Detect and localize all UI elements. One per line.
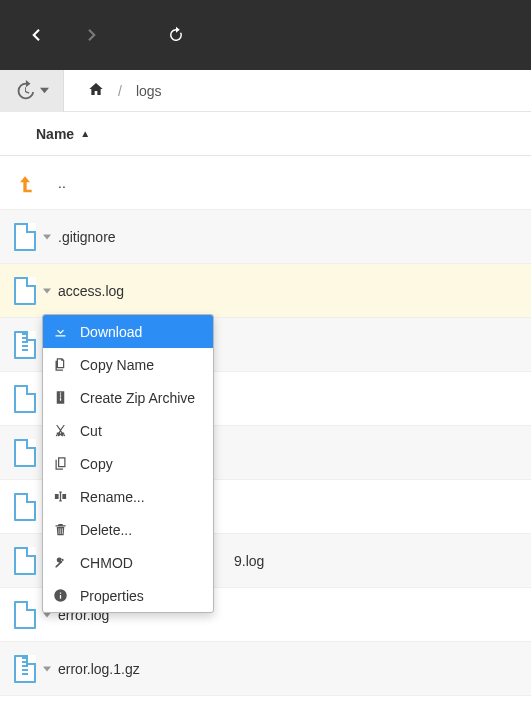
refresh-button[interactable] <box>148 10 204 60</box>
menu-item-copy[interactable]: Copy <box>43 447 213 480</box>
menu-item-label: Cut <box>80 423 102 439</box>
copy-name-icon <box>53 357 68 372</box>
zip-file-icon <box>10 655 40 683</box>
file-icon <box>10 493 40 521</box>
row-caret-icon[interactable] <box>40 665 54 673</box>
breadcrumb-current[interactable]: logs <box>136 83 162 99</box>
row-caret-icon[interactable] <box>40 233 54 241</box>
file-icon <box>10 439 40 467</box>
forward-button[interactable] <box>64 10 120 60</box>
file-icon <box>10 223 40 251</box>
parent-directory-label: .. <box>54 175 66 191</box>
properties-icon <box>53 588 68 603</box>
file-row[interactable]: access.log <box>0 264 531 318</box>
menu-item-rename[interactable]: Rename... <box>43 480 213 513</box>
file-icon <box>10 385 40 413</box>
menu-item-label: CHMOD <box>80 555 133 571</box>
path-bar: / logs <box>0 70 531 112</box>
menu-item-create-zip[interactable]: Create Zip Archive <box>43 381 213 414</box>
delete-icon <box>53 522 68 537</box>
download-icon <box>53 324 68 339</box>
menu-item-download[interactable]: Download <box>43 315 213 348</box>
menu-item-properties[interactable]: Properties <box>43 579 213 612</box>
row-caret-icon[interactable] <box>40 287 54 295</box>
menu-item-label: Create Zip Archive <box>80 390 195 406</box>
sort-indicator-icon: ▲ <box>80 128 90 139</box>
parent-directory-row[interactable]: .. <box>0 156 531 210</box>
menu-item-label: Copy <box>80 456 113 472</box>
file-icon <box>10 277 40 305</box>
column-header-name[interactable]: Name ▲ <box>0 112 531 156</box>
rename-icon <box>53 489 68 504</box>
file-name: access.log <box>54 283 124 299</box>
back-button[interactable] <box>8 10 64 60</box>
menu-item-label: Delete... <box>80 522 132 538</box>
up-arrow-icon <box>10 172 40 194</box>
home-icon[interactable] <box>88 81 104 100</box>
menu-item-delete[interactable]: Delete... <box>43 513 213 546</box>
menu-item-label: Download <box>80 324 142 340</box>
copy-icon <box>53 456 68 471</box>
breadcrumb: / logs <box>64 81 162 100</box>
menu-item-chmod[interactable]: CHMOD <box>43 546 213 579</box>
context-menu: Download Copy Name Create Zip Archive Cu… <box>42 314 214 613</box>
file-icon <box>10 547 40 575</box>
file-row[interactable]: .gitignore <box>0 210 531 264</box>
breadcrumb-separator: / <box>118 83 122 99</box>
menu-item-copy-name[interactable]: Copy Name <box>43 348 213 381</box>
file-name: .gitignore <box>54 229 116 245</box>
menu-item-cut[interactable]: Cut <box>43 414 213 447</box>
zip-icon <box>53 390 68 405</box>
menu-item-label: Rename... <box>80 489 145 505</box>
top-toolbar <box>0 0 531 70</box>
file-name: error.log.1.gz <box>54 661 140 677</box>
cut-icon <box>53 423 68 438</box>
file-icon <box>10 601 40 629</box>
menu-item-label: Properties <box>80 588 144 604</box>
menu-item-label: Copy Name <box>80 357 154 373</box>
file-row[interactable]: error.log.1.gz <box>0 642 531 696</box>
history-button[interactable] <box>0 70 64 112</box>
zip-file-icon <box>10 331 40 359</box>
chmod-icon <box>53 555 68 570</box>
column-header-label: Name <box>36 126 74 142</box>
